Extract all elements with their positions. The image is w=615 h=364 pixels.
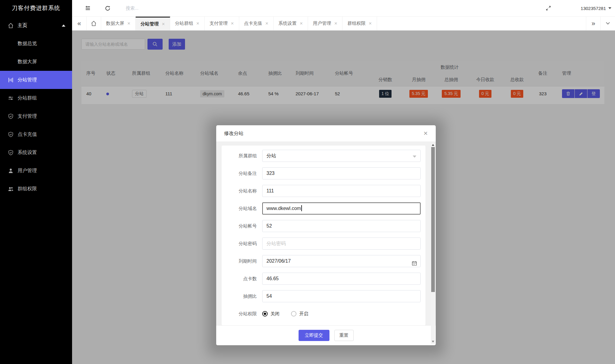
close-icon[interactable]: ✕ <box>369 21 372 26</box>
sidebar-item-data-overview[interactable]: 数据总览 <box>0 34 72 53</box>
form-row-card-points: 点卡数 46.65 <box>222 273 421 285</box>
app-window: 刀客付费进群系统 主页 数据总览 数据大屏 分站管理 分站群组 <box>0 0 615 364</box>
close-icon[interactable]: ✕ <box>334 21 337 26</box>
field-label: 抽拥比 <box>222 293 257 299</box>
sidebar-item-label: 用户管理 <box>18 168 37 174</box>
tab-user-manage[interactable]: 用户管理 ✕ <box>308 17 342 30</box>
form-row-site-name: 分站名称 111 <box>222 185 421 197</box>
tab-label: 数据大屏 <box>106 21 124 26</box>
sidebar-item-site-manage[interactable]: 分站管理 <box>0 71 72 89</box>
user-menu[interactable]: 1302357281 <box>581 6 611 11</box>
chevron-down-icon <box>606 21 610 25</box>
group-select[interactable]: 分站 <box>262 150 421 162</box>
modal-form: 所属群组 分站 分站备注 323 <box>222 146 425 325</box>
tab-card-recharge[interactable]: 点卡充值 ✕ <box>239 17 274 30</box>
tab-label: 分站管理 <box>141 21 159 27</box>
commission-rate-field[interactable]: 54 <box>262 290 421 302</box>
scrollbar-thumb[interactable] <box>431 147 435 292</box>
close-icon[interactable]: ✕ <box>423 131 428 136</box>
tab-pay-manage[interactable]: 支付管理 ✕ <box>205 17 239 30</box>
site-name-field[interactable]: 111 <box>262 185 421 197</box>
expire-date-field[interactable]: 2027/06/17 <box>262 255 421 267</box>
users-icon <box>7 185 14 192</box>
field-label: 分站备注 <box>222 171 257 176</box>
text-cursor <box>301 205 302 211</box>
modal-title: 修改分站 <box>224 130 243 137</box>
site-password-field[interactable]: 分站密码 <box>262 238 421 250</box>
permission-radio-group: 关闭 开启 <box>262 311 308 317</box>
tabs-scroll-left-button[interactable]: « <box>72 17 87 30</box>
chevron-down-icon <box>413 156 416 158</box>
tab-spacer <box>377 17 586 30</box>
calendar-icon[interactable] <box>412 259 417 267</box>
close-icon[interactable]: ✕ <box>162 22 165 26</box>
user-icon <box>7 167 14 174</box>
form-row-site-permission: 分站权限 关闭 开启 <box>222 308 421 320</box>
fullscreen-icon[interactable] <box>545 5 552 12</box>
sidebar-item-pay-manage[interactable]: 支付管理 <box>0 107 72 125</box>
field-value: 54 <box>266 293 272 299</box>
app-title: 刀客付费进群系统 <box>0 0 72 16</box>
home-tab[interactable] <box>87 17 101 30</box>
tab-label: 用户管理 <box>313 21 331 26</box>
tab-data-screen[interactable]: 数据大屏 ✕ <box>101 17 136 30</box>
main-area: 搜索... 1302357281 « 数据大屏 ✕ 分站 <box>72 0 615 364</box>
sidebar: 刀客付费进群系统 主页 数据总览 数据大屏 分站管理 分站群组 <box>0 0 72 364</box>
close-icon[interactable]: ✕ <box>127 21 131 26</box>
sidebar-item-group-permission[interactable]: 群组权限 <box>0 180 72 198</box>
sidebar-item-system-settings[interactable]: 系统设置 <box>0 143 72 162</box>
content-area: 请输入分站名称或域名 添加 序号 <box>72 31 615 364</box>
field-label: 分站域名 <box>222 206 257 212</box>
radio-on[interactable]: 开启 <box>291 311 308 317</box>
sidebar-item-card-recharge[interactable]: 点卡充值 <box>0 125 72 143</box>
close-icon[interactable]: ✕ <box>196 21 200 26</box>
site-domain-field[interactable]: www.dkewl.com <box>262 202 421 215</box>
collapse-arrow-icon <box>62 25 65 27</box>
close-icon[interactable]: ✕ <box>231 21 234 26</box>
tab-site-manage[interactable]: 分站管理 ✕ <box>136 17 170 30</box>
field-label: 分站权限 <box>222 311 257 317</box>
shield-check-icon <box>7 113 14 120</box>
site-account-field[interactable]: 52 <box>262 220 421 232</box>
card-points-field[interactable]: 46.65 <box>262 273 421 285</box>
home-icon <box>7 22 14 29</box>
modal-header: 修改分站 ✕ <box>216 125 436 142</box>
scroll-down-arrow[interactable] <box>431 339 435 344</box>
tab-label: 支付管理 <box>210 21 228 26</box>
tab-site-group[interactable]: 分站群组 ✕ <box>170 17 205 30</box>
sidebar-item-label: 群组权限 <box>18 186 37 192</box>
tabs-scroll-right-button[interactable]: » <box>586 17 600 30</box>
modal-scrollbar[interactable] <box>431 143 435 344</box>
remark-field[interactable]: 323 <box>262 167 421 179</box>
scroll-up-arrow[interactable] <box>431 143 435 147</box>
reset-button[interactable]: 重置 <box>334 330 354 341</box>
sidebar-item-label: 数据总览 <box>18 41 37 47</box>
refresh-icon[interactable] <box>104 5 111 12</box>
radio-label: 开启 <box>299 311 308 317</box>
sidebar-item-user-manage[interactable]: 用户管理 <box>0 162 72 180</box>
submit-button[interactable]: 立即提交 <box>299 330 329 341</box>
close-icon[interactable]: ✕ <box>265 21 269 26</box>
user-id: 1302357281 <box>581 6 606 11</box>
collapse-menu-icon[interactable] <box>84 5 91 12</box>
sidebar-item-site-group[interactable]: 分站群组 <box>0 89 72 107</box>
sidebar-item-data-screen[interactable]: 数据大屏 <box>0 53 72 71</box>
site-manage-icon <box>7 77 14 83</box>
field-value: 2027/06/17 <box>266 258 291 264</box>
radio-off[interactable]: 关闭 <box>262 311 279 317</box>
shield-check-icon <box>7 131 14 138</box>
global-search-input[interactable]: 搜索... <box>126 5 204 11</box>
tabs-menu-button[interactable] <box>600 17 615 30</box>
topbar-right: 1302357281 <box>545 5 611 12</box>
field-label: 到期时间 <box>222 258 257 264</box>
sidebar-item-home[interactable]: 主页 <box>0 16 72 34</box>
sidebar-item-label: 数据大屏 <box>18 59 37 65</box>
radio-selected-icon <box>262 311 268 316</box>
close-icon[interactable]: ✕ <box>300 21 303 26</box>
radio-unselected-icon <box>291 311 296 316</box>
tab-system-settings[interactable]: 系统设置 ✕ <box>274 17 308 30</box>
shield-check-icon <box>7 149 14 156</box>
tab-group-permission[interactable]: 群组权限 ✕ <box>342 17 377 30</box>
sidebar-item-label: 主页 <box>18 22 27 29</box>
field-value: 52 <box>266 223 272 228</box>
